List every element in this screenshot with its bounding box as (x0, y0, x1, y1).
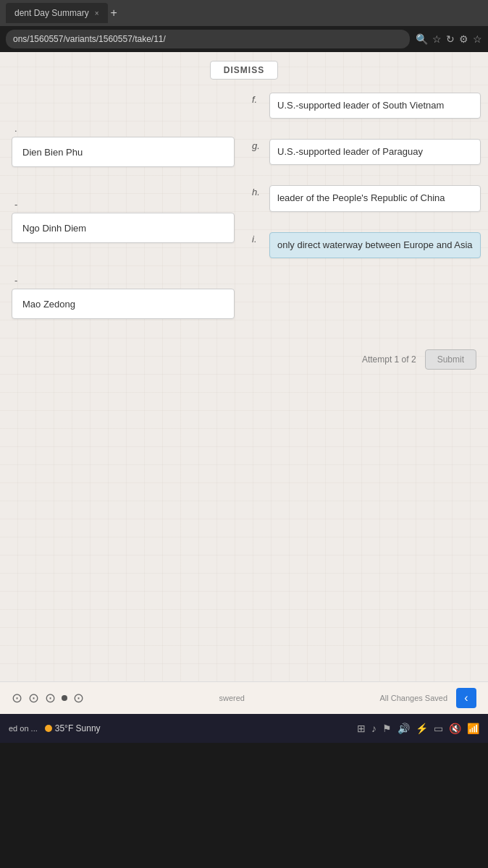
refresh-icon[interactable]: ↻ (446, 33, 455, 45)
nav-icon-4[interactable]: ⊙ (73, 690, 84, 706)
definition-g: g. U.S.-supported leader of Paraguay (252, 139, 481, 165)
def-box-h[interactable]: leader of the People's Republic of China (269, 185, 481, 211)
match-term-3[interactable]: Mao Zedong (12, 289, 235, 319)
left-column: . Dien Bien Phu - Ngo Dinh Diem - Mao Ze… (0, 85, 246, 326)
def-box-g[interactable]: U.S.-supported leader of Paraguay (269, 139, 481, 165)
left-item-1: . Dien Bien Phu (12, 123, 235, 167)
nav-icon-1[interactable]: ⊙ (12, 690, 22, 706)
saved-text: All Changes Saved (379, 694, 447, 702)
taskbar-wifi-icon: ⚑ (382, 723, 392, 734)
taskbar-volume-icon: 🔊 (397, 723, 410, 734)
definition-h: h. leader of the People's Republic of Ch… (252, 185, 481, 211)
dismiss-button[interactable]: DISMISS (210, 61, 278, 80)
taskbar-music-icon: ♪ (371, 723, 376, 734)
definition-i: i. only direct waterway between Europe a… (252, 232, 481, 258)
nav-icons: ⊙ ⊙ ⊙ ⊙ (12, 690, 84, 706)
matching-exercise: . Dien Bien Phu - Ngo Dinh Diem - Mao Ze… (0, 85, 488, 341)
left-item-2: - Ngo Dinh Diem (12, 199, 235, 243)
search-icon[interactable]: 🔍 (416, 33, 428, 45)
collapse-button[interactable]: ‹ (456, 688, 476, 708)
def-box-i[interactable]: only direct waterway between Europe and … (269, 232, 481, 258)
taskbar-mute-icon: 🔇 (449, 723, 461, 734)
taskbar-grid-icon: ⊞ (357, 723, 366, 734)
weather-dot-icon (45, 725, 52, 732)
def-letter-f: f. (252, 93, 265, 105)
favorite-icon[interactable]: ☆ (473, 33, 482, 45)
browser-tab[interactable]: dent Day Summary × (6, 3, 108, 23)
settings-icon[interactable]: ⚙ (459, 33, 468, 45)
taskbar-bluetooth-icon: ⚡ (416, 723, 428, 734)
address-bar-input[interactable] (6, 30, 410, 48)
def-letter-i: i. (252, 232, 265, 244)
nav-right: All Changes Saved ‹ (379, 688, 476, 708)
nav-icon-3[interactable]: ⊙ (45, 690, 56, 706)
dot-label-3: - (12, 275, 235, 286)
dot-label-1: . (12, 123, 235, 134)
nav-icon-2[interactable]: ⊙ (28, 690, 39, 706)
tab-close-icon[interactable]: × (95, 9, 99, 17)
attempt-text: Attempt 1 of 2 (362, 354, 416, 365)
bottom-nav-bar: ⊙ ⊙ ⊙ ⊙ swered All Changes Saved ‹ (0, 681, 488, 714)
submit-button[interactable]: Submit (425, 349, 476, 370)
browser-toolbar: 🔍 ☆ ↻ ⚙ ☆ (416, 33, 482, 45)
taskbar-weather: 35°F Sunny (45, 723, 101, 733)
def-letter-g: g. (252, 139, 265, 151)
def-letter-h: h. (252, 185, 265, 197)
answered-text: swered (219, 694, 244, 702)
weather-text: 35°F Sunny (55, 723, 101, 733)
taskbar-icons: ⊞ ♪ ⚑ 🔊 ⚡ ▭ 🔇 📶 (357, 723, 479, 734)
right-column: f. U.S.-supported leader of South Vietna… (246, 85, 488, 326)
taskbar-battery-icon: ▭ (434, 723, 443, 734)
match-term-2[interactable]: Ngo Dinh Diem (12, 213, 235, 243)
dot-label-2: - (12, 199, 235, 210)
attempt-row: Attempt 1 of 2 Submit (0, 341, 488, 378)
taskbar-left-text: ed on ... (9, 724, 38, 733)
star-icon[interactable]: ☆ (432, 33, 442, 45)
def-box-f[interactable]: U.S.-supported leader of South Vietnam (269, 93, 481, 119)
definition-f: f. U.S.-supported leader of South Vietna… (252, 93, 481, 119)
match-term-1[interactable]: Dien Bien Phu (12, 137, 235, 167)
taskbar: ed on ... 35°F Sunny ⊞ ♪ ⚑ 🔊 ⚡ ▭ 🔇 📶 (0, 714, 488, 743)
tab-title: dent Day Summary (14, 8, 89, 18)
taskbar-signal-icon: 📶 (467, 723, 479, 734)
dismiss-bar: DISMISS (0, 52, 488, 85)
new-tab-button[interactable]: + (111, 7, 117, 20)
left-item-3: - Mao Zedong (12, 275, 235, 319)
nav-dot (62, 695, 67, 701)
